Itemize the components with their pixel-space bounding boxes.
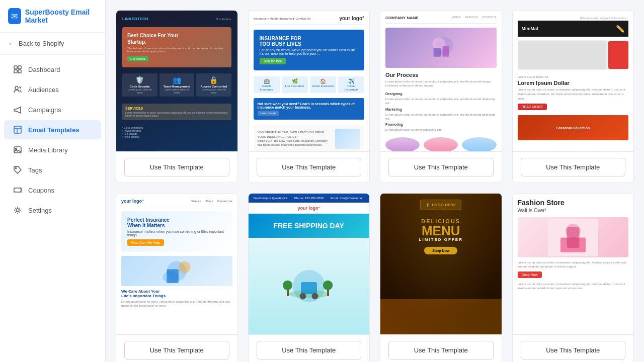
svg-rect-32 <box>567 227 579 248</box>
logo-icon: ✉ <box>8 8 21 24</box>
template-preview-shipping: Need Help or Questions? Phone: 123-456-7… <box>249 194 370 334</box>
sidebar-item-dashboard[interactable]: Dashboard <box>4 60 101 79</box>
template-grid: LINKEDTECH IT solutions Best Choice For … <box>116 10 634 362</box>
template-action-minimal: Use This Template <box>513 151 634 183</box>
svg-rect-2 <box>14 70 17 73</box>
svg-point-28 <box>323 281 333 290</box>
template-action-menu: Use This Template <box>380 334 502 362</box>
use-template-btn-process[interactable]: Use This Template <box>388 158 494 176</box>
use-template-btn-it[interactable]: Use This Template <box>124 158 229 176</box>
sidebar-item-tags[interactable]: Tags <box>4 160 101 179</box>
app-name: SuperBoosty Email Market <box>25 8 97 24</box>
sidebar-item-campaigns[interactable]: Campaigns <box>4 100 101 119</box>
sidebar-item-coupons[interactable]: Coupons <box>4 180 101 200</box>
template-action-shipping: Use This Template <box>249 334 370 362</box>
svg-rect-0 <box>14 66 17 69</box>
use-template-btn-fashion[interactable]: Use This Template <box>521 341 626 359</box>
main-content: LINKEDTECH IT solutions Best Choice For … <box>106 0 644 362</box>
back-arrow-icon: ← <box>8 40 15 47</box>
svg-point-23 <box>299 293 306 300</box>
template-preview-minimal: Doesn't show images? View online MiniMal… <box>513 11 634 151</box>
template-action-insurance2: Use This Template <box>116 334 237 362</box>
sidebar-nav: Dashboard Audiences Campaigns <box>0 55 105 362</box>
sidebar-item-email-templates[interactable]: Email Templates <box>4 120 101 139</box>
svg-point-19 <box>179 261 191 273</box>
use-template-btn-shipping[interactable]: Use This Template <box>257 341 362 359</box>
template-action-fashion: Use This Template <box>513 334 634 362</box>
use-template-btn-minimal[interactable]: Use This Template <box>521 158 626 176</box>
image-icon <box>13 145 22 154</box>
megaphone-icon <box>13 105 22 114</box>
app-logo: ✉ SuperBoosty Email Market <box>0 0 105 33</box>
svg-rect-22 <box>301 282 317 294</box>
template-card-insurance2: your logo° ServiceAboutContact Us Perfec… <box>116 193 238 362</box>
svg-point-11 <box>16 209 19 212</box>
svg-rect-15 <box>443 46 449 56</box>
use-template-btn-menu[interactable]: Use This Template <box>388 341 494 359</box>
grid-icon <box>13 65 22 74</box>
sidebar-item-media-library[interactable]: Media Library <box>4 140 101 159</box>
template-card-insurance: Insurance ▸ Health Insurance ▸ Contact U… <box>248 10 370 183</box>
template-preview-it: LINKEDTECH IT solutions Best Choice For … <box>116 11 237 151</box>
template-action-insurance: Use This Template <box>249 151 370 183</box>
template-preview-insurance: Insurance ▸ Health Insurance ▸ Contact U… <box>249 11 370 151</box>
settings-icon <box>13 206 22 215</box>
back-to-shopify[interactable]: ← Back to Shopify <box>0 33 105 55</box>
svg-point-10 <box>16 168 17 169</box>
users-icon <box>13 85 22 94</box>
template-preview-fashion: Fashion Store Wait is Over! Lorem ipsum … <box>513 194 634 334</box>
template-action-process: Use This Template <box>380 151 502 183</box>
use-template-btn-insurance[interactable]: Use This Template <box>257 158 362 176</box>
template-action-it: Use This Template <box>116 151 237 183</box>
template-preview-process: COMPANY NAME HOMESERVICECONTACT <box>380 11 502 151</box>
sidebar-item-audiences[interactable]: Audiences <box>4 80 101 99</box>
svg-rect-18 <box>167 269 179 283</box>
template-card-fashion: Fashion Store Wait is Over! Lorem ipsum … <box>512 193 634 362</box>
tag-icon <box>13 165 22 174</box>
sidebar-item-settings[interactable]: Settings <box>4 201 101 220</box>
template-card-it-services: LINKEDTECH IT solutions Best Choice For … <box>116 10 238 183</box>
template-preview-menu: 🍴 LOGO HERE DELICIOUS MENU LIMITED OFFER… <box>380 194 502 334</box>
ticket-icon <box>13 186 22 195</box>
svg-rect-1 <box>18 66 21 69</box>
template-card-shipping: Need Help or Questions? Phone: 123-456-7… <box>248 193 370 362</box>
layout-icon <box>13 125 22 134</box>
template-preview-insurance2: your logo° ServiceAboutContact Us Perfec… <box>116 194 237 334</box>
template-card-process: COMPANY NAME HOMESERVICECONTACT <box>380 10 502 183</box>
svg-point-24 <box>311 293 318 300</box>
svg-point-4 <box>15 86 18 89</box>
svg-rect-5 <box>14 126 21 133</box>
svg-rect-3 <box>18 70 21 73</box>
template-card-minimal: Doesn't show images? View online MiniMal… <box>512 10 634 183</box>
template-card-menu: 🍴 LOGO HERE DELICIOUS MENU LIMITED OFFER… <box>380 193 502 362</box>
use-template-btn-insurance2[interactable]: Use This Template <box>124 341 229 359</box>
sidebar: ✉ SuperBoosty Email Market ← Back to Sho… <box>0 0 106 362</box>
svg-point-26 <box>283 281 292 290</box>
svg-rect-14 <box>434 48 441 57</box>
